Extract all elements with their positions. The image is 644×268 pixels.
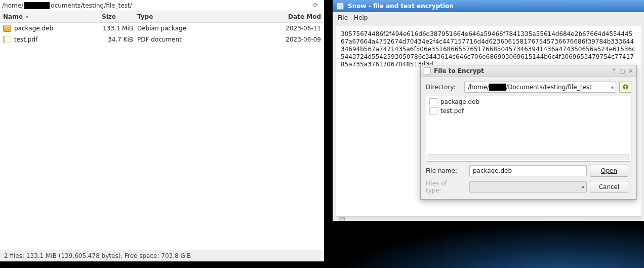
pin-icon[interactable]: ⇡ <box>612 67 617 74</box>
dialog-icon <box>424 67 431 74</box>
filename-label: File name: <box>426 167 461 174</box>
filename-input[interactable] <box>469 165 587 176</box>
desktop-background <box>329 221 644 268</box>
cancel-button[interactable]: Cancel <box>590 181 628 193</box>
app-icon <box>337 3 344 10</box>
file-date: 2023-06-11 <box>233 25 321 32</box>
directory-combo[interactable]: /home/x/Documents/testing/file_test ▾ <box>464 82 616 93</box>
close-icon[interactable]: ✕ <box>628 67 633 74</box>
pdf-icon <box>3 36 11 43</box>
dialog-title-bar[interactable]: File to Encrypt ⇡ ▢ ✕ <box>421 65 636 76</box>
sort-desc-icon: ▾ <box>26 14 28 20</box>
filetype-label: Files of type: <box>426 180 461 194</box>
file-type: PDF document <box>137 36 233 43</box>
list-item[interactable]: package.deb <box>427 97 630 106</box>
table-row[interactable]: test.pdf 34.7 KiB PDF document 2023-06-0… <box>0 34 324 45</box>
file-chooser-dialog: File to Encrypt ⇡ ▢ ✕ Directory: /home/x… <box>420 65 637 200</box>
file-type: Debian package <box>137 25 233 32</box>
up-directory-button[interactable]: ⮉ <box>619 82 631 93</box>
menu-bar: File Help <box>333 12 644 23</box>
file-size: 133.1 MiB <box>102 25 137 32</box>
path-bar[interactable]: /home/xxocuments/testing/file_test/ ⟳ <box>0 0 324 11</box>
open-button[interactable]: Open <box>590 165 628 177</box>
file-manager-window: /home/xxocuments/testing/file_test/ ⟳ Na… <box>0 0 324 261</box>
column-type[interactable]: Type <box>137 13 233 20</box>
directory-label: Directory: <box>426 84 461 91</box>
file-name: test.pdf <box>14 36 37 43</box>
window-title-bar[interactable]: Snow - file and text encryption <box>333 0 644 12</box>
path-text: /home/xxocuments/testing/file_test/ <box>2 2 313 9</box>
maximize-icon[interactable]: ▢ <box>620 67 625 74</box>
file-name: package.deb <box>14 25 53 32</box>
file-list[interactable]: package.deb 133.1 MiB Debian package 202… <box>0 23 324 250</box>
chevron-down-icon: ▾ <box>611 85 614 90</box>
column-size[interactable]: Size <box>102 13 137 20</box>
table-row[interactable]: package.deb 133.1 MiB Debian package 202… <box>0 23 324 34</box>
window-title: Snow - file and text encryption <box>348 3 454 10</box>
list-item[interactable]: test.pdf <box>427 106 630 116</box>
column-date[interactable]: Date Mod <box>233 13 321 20</box>
column-name[interactable]: Name ▾ <box>3 13 102 20</box>
horizontal-scrollbar[interactable] <box>427 154 630 160</box>
dialog-title: File to Encrypt <box>434 67 484 74</box>
file-picker-list[interactable]: package.deb test.pdf <box>426 96 631 162</box>
refresh-icon[interactable]: ⟳ <box>313 2 322 10</box>
filetype-combo: ▾ <box>469 181 587 193</box>
file-icon <box>429 98 437 105</box>
file-icon <box>429 107 437 114</box>
column-headers: Name ▾ Size Type Date Mod <box>0 11 324 23</box>
package-icon <box>3 25 11 32</box>
file-date: 2023-06-09 <box>233 36 321 43</box>
status-bar: 2 files: 133.1 MiB (139,605,478 bytes), … <box>0 250 324 261</box>
menu-help[interactable]: Help <box>354 14 368 21</box>
file-size: 34.7 KiB <box>102 36 137 43</box>
menu-file[interactable]: File <box>338 14 348 21</box>
